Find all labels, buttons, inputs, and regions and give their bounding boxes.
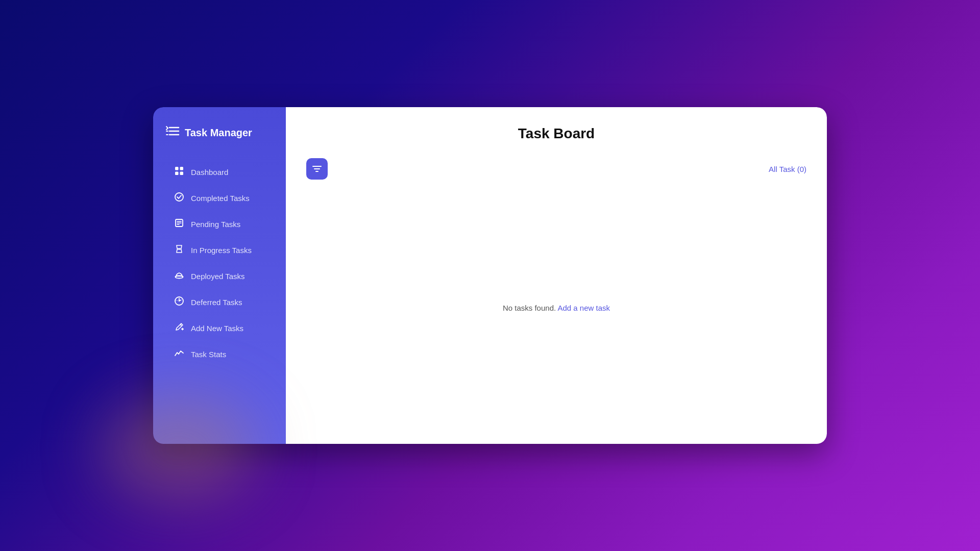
add-new-task-link[interactable]: Add a new task [558, 304, 610, 312]
sidebar-item-deferred-tasks[interactable]: Deferred Tasks [165, 290, 274, 314]
completed-tasks-icon [174, 192, 185, 204]
sidebar: Task Manager Dashboard [153, 107, 286, 444]
main-header: Task Board [306, 126, 806, 142]
sidebar-logo: Task Manager [165, 126, 274, 140]
in-progress-tasks-icon [174, 244, 185, 256]
dashboard-icon [174, 166, 185, 178]
page-title: Task Board [518, 126, 595, 142]
sidebar-nav: Dashboard Completed Tasks [165, 160, 274, 366]
toolbar-row: All Task (0) [306, 158, 806, 180]
add-new-tasks-label: Add New Tasks [191, 324, 243, 333]
main-content: Task Board All Task (0) No tasks found. … [286, 107, 827, 444]
pending-tasks-icon [174, 218, 185, 230]
task-stats-icon [174, 348, 185, 360]
svg-rect-7 [175, 172, 179, 176]
svg-point-14 [176, 276, 183, 279]
sidebar-item-dashboard[interactable]: Dashboard [165, 160, 274, 184]
empty-state: No tasks found. Add a new task [306, 190, 806, 425]
task-stats-label: Task Stats [191, 350, 226, 359]
app-container: Task Manager Dashboard [153, 107, 827, 444]
add-new-tasks-icon [174, 322, 185, 334]
svg-rect-6 [180, 167, 184, 170]
deployed-tasks-label: Deployed Tasks [191, 272, 245, 281]
sidebar-item-pending-tasks[interactable]: Pending Tasks [165, 212, 274, 236]
all-task-count[interactable]: All Task (0) [769, 165, 806, 173]
dashboard-label: Dashboard [191, 168, 228, 177]
sidebar-item-completed-tasks[interactable]: Completed Tasks [165, 186, 274, 210]
sidebar-item-add-new-tasks[interactable]: Add New Tasks [165, 316, 274, 340]
in-progress-tasks-label: In Progress Tasks [191, 246, 252, 255]
deployed-tasks-icon [174, 270, 185, 282]
logo-icon [165, 126, 180, 140]
sidebar-item-in-progress-tasks[interactable]: In Progress Tasks [165, 238, 274, 262]
svg-rect-8 [180, 172, 184, 176]
filter-button[interactable] [306, 158, 328, 180]
deferred-tasks-label: Deferred Tasks [191, 298, 242, 307]
deferred-tasks-icon [174, 296, 185, 308]
svg-rect-5 [175, 167, 179, 170]
empty-message: No tasks found. Add a new task [503, 304, 610, 312]
sidebar-item-deployed-tasks[interactable]: Deployed Tasks [165, 264, 274, 288]
pending-tasks-label: Pending Tasks [191, 220, 240, 229]
filter-icon [312, 164, 322, 174]
svg-line-16 [180, 324, 182, 326]
completed-tasks-label: Completed Tasks [191, 194, 250, 203]
svg-point-9 [175, 193, 183, 201]
app-title: Task Manager [185, 127, 252, 139]
sidebar-item-task-stats[interactable]: Task Stats [165, 342, 274, 366]
